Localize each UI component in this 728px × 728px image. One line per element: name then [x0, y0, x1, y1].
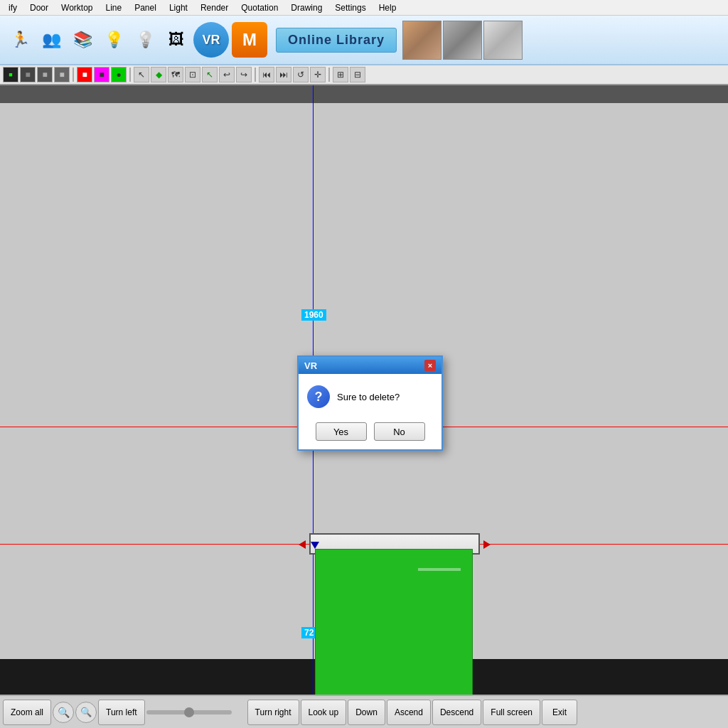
statusbar: Zoom all 🔍 🔍 Turn left Turn right Look u… [0, 695, 728, 728]
menu-line[interactable]: Line [100, 1, 127, 14]
m-button[interactable]: M [232, 22, 267, 58]
menu-light[interactable]: Light [164, 1, 193, 14]
ascend-button[interactable]: Ascend [387, 700, 431, 725]
online-library-button[interactable]: Online Library [276, 28, 397, 53]
tb2-prev-icon[interactable]: ⏮ [259, 67, 274, 82]
menubar: ify Door Worktop Line Panel Light Render… [0, 0, 728, 16]
zoom-out-button[interactable]: 🔍 [75, 702, 97, 723]
menu-help[interactable]: Help [373, 1, 402, 14]
icon-group[interactable]: 👥 [37, 21, 65, 60]
tb2-icon-3[interactable]: ■ [37, 67, 53, 82]
icon-lightbulb-on[interactable]: 💡 [100, 21, 128, 60]
tb2-icon-4[interactable]: ■ [54, 67, 70, 82]
dialog-close-button[interactable]: × [424, 360, 436, 371]
zoom-slider-thumb[interactable] [184, 707, 194, 717]
tb2-refresh-icon[interactable]: ↺ [293, 67, 309, 82]
full-screen-button[interactable]: Full screen [483, 700, 540, 725]
tb2-icon-magenta[interactable]: ■ [94, 67, 109, 82]
viewport-top-bar [0, 85, 728, 103]
menu-panel[interactable]: Panel [129, 1, 162, 14]
icon-lightbulb-off[interactable]: 💡 [131, 21, 159, 60]
arrow-left [299, 540, 306, 549]
menu-render[interactable]: Render [195, 1, 234, 14]
icon-book[interactable]: 📚 [68, 21, 97, 60]
turn-left-button[interactable]: Turn left [98, 700, 145, 725]
online-library-area: Online Library [276, 28, 397, 53]
menu-settings[interactable]: Settings [329, 1, 371, 14]
dialog-no-button[interactable]: No [374, 422, 425, 441]
tb2-redo-icon[interactable]: ↪ [236, 67, 252, 82]
cabinet-3d-object[interactable] [309, 533, 480, 695]
menu-quotation[interactable]: Quotation [235, 1, 284, 14]
dialog-yes-button[interactable]: Yes [316, 422, 367, 441]
tb2-icon-1[interactable]: ■ [3, 67, 18, 82]
cabinet-body-face [315, 549, 473, 695]
material-thumb-2[interactable] [443, 21, 482, 60]
tb2-plus-icon[interactable]: ✛ [310, 67, 326, 82]
descend-button[interactable]: Descend [432, 700, 481, 725]
dialog-buttons: Yes No [299, 417, 441, 449]
vr-button[interactable]: VR [193, 22, 229, 58]
zoom-all-button[interactable]: Zoom all [3, 700, 51, 725]
dialog-question-icon: ? [307, 385, 330, 408]
tb2-icon-green-dot[interactable]: ● [111, 67, 127, 82]
cabinet-inner-bar [418, 568, 461, 571]
dialog-delete-confirm: VR × ? Sure to delete? Yes No [297, 355, 443, 451]
tb2-cursor-icon[interactable]: ↖ [134, 67, 149, 82]
zoom-in-button[interactable]: 🔍 [53, 702, 74, 723]
toolbar2: ■ ■ ■ ■ ■ ■ ● ↖ ◆ 🗺 ⊡ ↖ ↩ ↪ ⏮ ⏭ ↺ ✛ ⊞ ⊟ [0, 65, 728, 85]
menu-worktop[interactable]: Worktop [55, 1, 98, 14]
tb2-map-icon[interactable]: 🗺 [168, 67, 183, 82]
tb2-window-icon[interactable]: ⊞ [333, 67, 348, 82]
tb2-separator-4 [328, 68, 330, 82]
dialog-body: ? Sure to delete? [299, 374, 441, 417]
icon-photo[interactable]: 🖼 [162, 21, 191, 60]
tb2-icon-color[interactable]: ■ [77, 67, 92, 82]
arrow-right [483, 540, 491, 549]
tb2-next-icon[interactable]: ⏭ [276, 67, 291, 82]
tb2-split-icon[interactable]: ⊟ [350, 67, 365, 82]
menu-drawing[interactable]: Drawing [285, 1, 328, 14]
dialog-message: Sure to delete? [337, 392, 400, 402]
tb2-diamond-icon[interactable]: ◆ [151, 67, 166, 82]
material-thumb-3[interactable] [483, 21, 523, 60]
look-up-button[interactable]: Look up [301, 700, 347, 725]
tb2-undo-icon[interactable]: ↩ [219, 67, 235, 82]
dialog-title: VR [304, 360, 317, 371]
tb2-cursor2-icon[interactable]: ↖ [202, 67, 218, 82]
tb2-frame-icon[interactable]: ⊡ [185, 67, 200, 82]
turn-right-button[interactable]: Turn right [247, 700, 299, 725]
down-button[interactable]: Down [348, 700, 385, 725]
material-thumb-1[interactable] [402, 21, 441, 60]
icon-person[interactable]: 🏃 [6, 21, 34, 60]
tb2-separator-3 [255, 68, 256, 82]
arrow-down-blue [311, 542, 319, 549]
material-thumbnails [402, 21, 523, 60]
menu-ify[interactable]: ify [3, 1, 23, 14]
tb2-separator-1 [73, 68, 74, 82]
menu-door[interactable]: Door [24, 1, 54, 14]
viewport: 1960 700 72 VR × ? Sure to delete? Yes N… [0, 85, 728, 695]
dialog-titlebar: VR × [299, 357, 441, 374]
tb2-separator-2 [129, 68, 131, 82]
toolbar-top: 🏃 👥 📚 💡 💡 🖼 VR M Online Library [0, 16, 728, 65]
dim-label-1960: 1960 [301, 309, 326, 321]
tb2-icon-2[interactable]: ■ [20, 67, 36, 82]
zoom-slider[interactable] [146, 710, 232, 714]
exit-button[interactable]: Exit [542, 700, 577, 725]
